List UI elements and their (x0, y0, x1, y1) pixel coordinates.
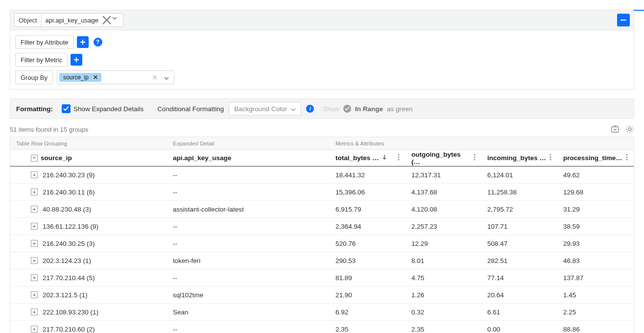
show-expanded-checkbox[interactable] (62, 104, 71, 113)
row-outgoing-bytes: 12,317.31 (405, 166, 481, 183)
table-row[interactable]: + 216.240.30.23 (9) -- 18,441.32 12,317.… (10, 166, 634, 184)
filter-by-metric-button[interactable]: Filter by Metric (15, 53, 68, 67)
object-label: Object (15, 17, 41, 24)
col-menu-icon[interactable] (626, 154, 628, 162)
filters-panel: Filter by Attribute ? Filter by Metric G… (10, 30, 634, 90)
group-by-clear-icon[interactable] (150, 73, 159, 81)
expand-row-icon[interactable]: + (31, 240, 38, 247)
formatting-label: Formatting: (16, 105, 53, 113)
object-combobox[interactable]: Object api.api_key_usage (14, 13, 123, 27)
row-total-bytes: 21.90 (330, 286, 405, 303)
row-detail: -- (167, 235, 330, 252)
row-outgoing-bytes: 2,257.23 (405, 218, 481, 235)
collapse-all-icon[interactable]: − (31, 155, 38, 162)
table-row[interactable]: + 202.3.124.23 (1) token-feri 290.53 8.0… (10, 252, 634, 269)
minus-icon (620, 20, 626, 21)
group-by-chip-label: source_ip (63, 74, 89, 81)
object-clear-icon[interactable] (101, 14, 112, 26)
expand-row-icon[interactable]: + (31, 291, 38, 298)
sort-desc-icon[interactable] (382, 154, 387, 162)
object-selector-bar: Object api.api_key_usage (10, 10, 634, 30)
table-row[interactable]: + 136.61.122.136 (9) -- 2,364.94 2,257.2… (10, 218, 634, 235)
row-total-bytes: 290.53 (330, 252, 405, 269)
filter-by-attribute-button[interactable]: Filter by Attribute (15, 35, 74, 49)
col-menu-icon[interactable] (474, 154, 476, 162)
group-by-input[interactable]: source_ip ✕ (57, 71, 174, 84)
table-row[interactable]: + 216.240.30.25 (3) -- 520.76 12.29 508.… (10, 235, 634, 252)
svg-point-12 (626, 157, 628, 158)
svg-point-7 (474, 159, 476, 161)
svg-point-6 (474, 157, 476, 158)
row-total-bytes: 2,364.94 (330, 218, 405, 235)
export-icon[interactable] (611, 125, 620, 134)
row-incoming-bytes: 107.71 (481, 218, 557, 235)
row-incoming-bytes: 11,258.38 (481, 184, 557, 200)
formatting-bar: Formatting: Show Expanded Details Condit… (10, 98, 634, 119)
row-outgoing-bytes: 8.01 (405, 252, 481, 269)
row-incoming-bytes: 0.00 (481, 321, 557, 333)
expand-row-icon[interactable]: + (31, 326, 38, 333)
svg-point-4 (398, 159, 400, 161)
expand-row-icon[interactable]: + (31, 189, 38, 195)
as-green-label: as green (387, 105, 413, 113)
table-row[interactable]: + 217.70.210.60 (2) -- 2.35 2.35 0.00 88… (10, 321, 634, 333)
add-metric-filter-button[interactable] (71, 54, 82, 66)
info-icon[interactable]: i (306, 105, 314, 113)
row-detail: -- (167, 184, 330, 200)
row-outgoing-bytes: 1.26 (405, 286, 481, 303)
gear-icon[interactable] (625, 125, 634, 134)
expand-row-icon[interactable]: + (31, 171, 38, 178)
col-header-processing-time[interactable]: processing_time… (557, 150, 634, 166)
row-total-bytes: 520.76 (330, 235, 405, 252)
chevron-down-icon[interactable] (112, 14, 123, 26)
super-header-metrics: Metrics & Attributes (330, 137, 634, 149)
col-header-m4-label: processing_time… (563, 154, 622, 162)
row-processing-time: 129.68 (557, 184, 634, 200)
row-detail: assistant-collector-latest (167, 201, 330, 217)
col-menu-icon[interactable] (398, 154, 400, 162)
col-header-m1-label: total_bytes … (335, 154, 379, 162)
collapse-panel-button[interactable] (617, 14, 630, 26)
conditional-formatting-label: Conditional Formatting (157, 105, 224, 113)
row-outgoing-bytes: 4.75 (405, 269, 481, 286)
row-group-label: 216.240.30.23 (9) (43, 171, 95, 179)
row-outgoing-bytes: 4,137.68 (405, 184, 481, 200)
col-header-m2-label: outgoing_bytes (… (411, 151, 471, 166)
col-menu-icon[interactable] (549, 154, 551, 162)
conditional-formatting-placeholder: Background Color (234, 105, 287, 113)
row-group-label: 222.108.93.230 (1) (43, 309, 98, 316)
svg-point-11 (626, 154, 628, 156)
row-total-bytes: 15,396.06 (330, 184, 405, 200)
table-row[interactable]: + 40.88.230.48 (3) assistant-collector-l… (10, 201, 634, 218)
row-group-label: 216.240.30.25 (3) (43, 240, 95, 247)
row-detail: -- (167, 166, 330, 183)
table-row[interactable]: + 216.240.30.11 (6) -- 15,396.06 4,137.6… (10, 184, 634, 201)
row-outgoing-bytes: 4,120.08 (405, 201, 481, 217)
col-header-group[interactable]: − source_ip (10, 150, 167, 166)
col-header-incoming-bytes[interactable]: incoming_bytes … (481, 150, 557, 166)
table-row[interactable]: + 202.3.121.5 (1) sql102tme 21.90 1.26 2… (10, 286, 634, 304)
row-detail: -- (167, 269, 330, 286)
table-row[interactable]: + 222.108.93.230 (1) Sean 6.92 0.32 6.61… (10, 304, 634, 321)
expand-row-icon[interactable]: + (31, 223, 38, 230)
chevron-down-icon[interactable] (161, 73, 172, 81)
col-header-outgoing-bytes[interactable]: outgoing_bytes (… (405, 150, 481, 166)
expand-row-icon[interactable]: + (31, 309, 38, 315)
expand-row-icon[interactable]: + (31, 206, 38, 213)
row-outgoing-bytes: 12.29 (405, 235, 481, 252)
col-header-detail[interactable]: api.api_key_usage (167, 150, 330, 166)
row-detail: sql102tme (167, 286, 330, 303)
row-total-bytes: 81.89 (330, 269, 405, 286)
col-header-total-bytes[interactable]: total_bytes … (330, 150, 405, 166)
svg-point-3 (398, 157, 400, 158)
conditional-formatting-select[interactable]: Background Color (229, 102, 301, 116)
svg-point-10 (550, 159, 551, 161)
expand-row-icon[interactable]: + (31, 257, 38, 264)
row-processing-time: 29.93 (557, 235, 634, 252)
row-incoming-bytes: 20.64 (481, 286, 557, 303)
chip-remove-icon[interactable]: ✕ (92, 74, 99, 81)
add-attribute-filter-button[interactable] (77, 36, 89, 48)
expand-row-icon[interactable]: + (31, 274, 38, 281)
table-row[interactable]: + 217.70.210.44 (5) -- 81.89 4.75 77.14 … (10, 269, 634, 286)
help-icon[interactable]: ? (94, 38, 102, 47)
